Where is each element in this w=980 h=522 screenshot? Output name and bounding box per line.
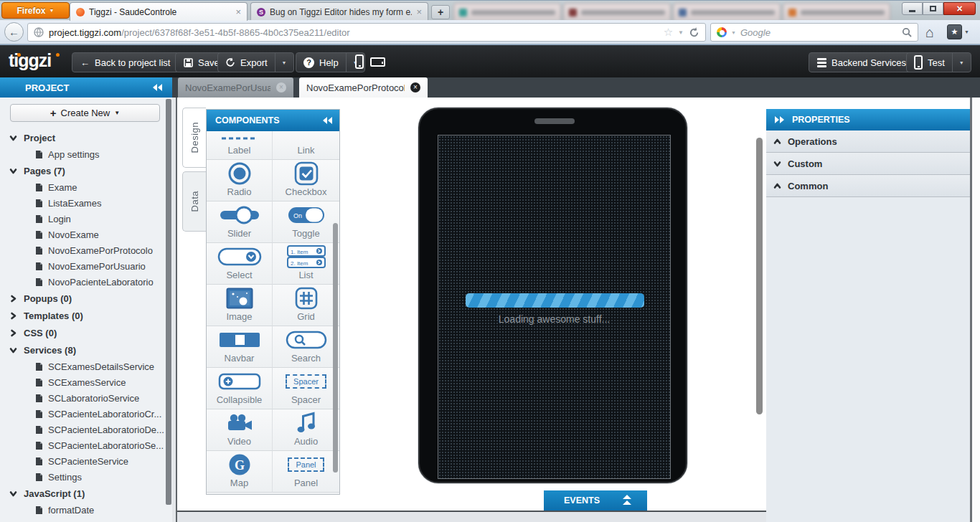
home-button[interactable]: ⌂ [925,24,934,41]
tree-item[interactable]: SCPacienteService [0,453,164,469]
tree-item[interactable]: formatDate [0,502,164,518]
close-icon[interactable]: × [235,6,241,17]
close-icon[interactable]: × [416,6,422,17]
video-icon [207,409,272,436]
tree-item[interactable]: SCPacienteLaboratorioSe... [0,437,164,453]
tab-design[interactable]: Design [182,108,206,168]
component-panel[interactable]: PanelPanel [273,451,339,493]
back-button[interactable]: ← [4,22,24,42]
collapse-left-icon[interactable] [153,84,162,91]
component-select[interactable]: Select [207,243,273,285]
component-slider[interactable]: Slider [207,201,273,243]
sidebar-splitter[interactable] [172,98,177,522]
component-label: Image [226,311,252,326]
create-new-button[interactable]: + Create New ▼ [10,104,160,122]
browser-tab-active[interactable]: Tiggzi - SaudeControle × [70,2,248,21]
component-grid[interactable]: Grid [273,285,339,326]
tree-group[interactable]: CSS (0) [0,324,164,341]
component-toggle[interactable]: OnToggle [273,201,339,243]
properties-section-operations[interactable]: Operations [766,130,970,153]
properties-section-custom[interactable]: Custom [766,153,970,175]
back-to-project-list-button[interactable]: ← Back to project list [72,52,179,72]
component-list[interactable]: 1. Item2. ItemList [273,243,339,285]
export-button[interactable]: Export [218,53,275,72]
sidebar-scrollbar[interactable] [166,99,171,505]
caret-down-icon: ▼ [50,8,55,13]
collapse-left-icon[interactable] [323,117,332,124]
components-scrollbar[interactable] [333,223,338,473]
component-search[interactable]: Search [273,326,339,368]
component-image[interactable]: Image [207,285,273,326]
properties-section-common[interactable]: Common [766,175,970,197]
tree-group[interactable]: Templates (0) [0,307,164,324]
tree-item[interactable]: Login [0,211,164,227]
phone-view-icon[interactable] [355,54,364,69]
restore-button[interactable] [923,2,943,15]
project-panel-header[interactable]: PROJECT [0,77,172,98]
close-tab-icon[interactable]: × [276,82,286,92]
url-bar[interactable]: project.tiggzi.com/project/6378f68f-3e51… [27,23,706,42]
expand-right-icon[interactable] [775,116,784,123]
tree-group[interactable]: Project [0,129,164,146]
tree-item[interactable]: NovoExamePorProtocolo [0,242,164,258]
tree-group[interactable]: Services (8) [0,341,164,359]
tree-item[interactable]: SCLaboratorioService [0,390,164,406]
tablet-view-icon[interactable] [370,57,385,67]
tree-item[interactable]: Settings [0,469,164,485]
close-tab-icon[interactable]: × [410,82,420,92]
component-radio[interactable]: Radio [207,160,273,201]
tree-item[interactable]: SCExamesDetailsService [0,359,164,374]
search-placeholder[interactable]: Google [740,27,897,38]
component-label: Collapsible [217,394,263,409]
bookmark-star-icon[interactable]: ☆ [664,26,673,39]
tree-group[interactable]: Popups (0) [0,290,164,307]
properties-header[interactable]: PROPERTIES [766,109,970,130]
component-collapsible[interactable]: Collapsible [207,368,273,409]
component-navbar[interactable]: Navbar [207,326,273,368]
tree-item[interactable]: SCPacienteLaboratorioCr... [0,406,164,422]
url-text[interactable]: project.tiggzi.com/project/6378f68f-3e51… [49,27,659,38]
page-icon [35,199,43,208]
page-scrollbar-track[interactable] [970,98,980,522]
test-button[interactable]: Test [907,53,952,72]
browser-tab-inactive[interactable]: S Bug on Tiggzi Editor hides my form e..… [250,2,428,21]
tree-group[interactable]: Pages (7) [0,162,164,179]
backend-services-button[interactable]: Backend Services [809,52,915,72]
search-engine-caret-icon[interactable]: ▼ [731,30,736,35]
tree-item[interactable]: SCExamesService [0,374,164,390]
test-dropdown-button[interactable]: ▼ [952,53,971,72]
component-audio[interactable]: Audio [273,409,339,451]
minimize-button[interactable] [902,2,923,15]
bookmarks-button[interactable]: ★ ▼ [947,24,969,39]
export-dropdown-button[interactable]: ▼ [275,53,293,72]
events-bar[interactable]: EVENTS [544,490,647,511]
search-box[interactable]: ▼ Google [710,23,918,42]
canvas-scrollbar[interactable] [756,138,763,414]
component-spacer[interactable]: SpacerSpacer [273,368,339,409]
phone-screen[interactable]: Loading awesome stuff... [438,135,671,479]
tree-item[interactable]: NovoExamePorUsuario [0,258,164,274]
url-dropdown-icon[interactable]: ▼ [678,29,684,36]
tab-data[interactable]: Data [182,171,206,232]
tree-item[interactable]: App settings [0,146,164,162]
search-icon[interactable] [902,27,912,37]
tree-item[interactable]: NovoExame [0,227,164,242]
tree-item[interactable]: SCPacienteLaboratorioDe... [0,422,164,437]
component-checkbox[interactable]: Checkbox [273,160,339,201]
component-map[interactable]: GMap [207,451,273,493]
tree-item[interactable]: Exame [0,179,164,195]
components-header[interactable]: COMPONENTS [207,110,339,131]
editor-tab-inactive[interactable]: NovoExamePorUsuario× [178,77,293,98]
tree-item[interactable]: NovoPacienteLaboratorio [0,274,164,290]
firefox-menu-button[interactable]: Firefox ▼ [1,2,70,19]
close-window-button[interactable]: × [943,2,976,15]
help-button[interactable]: ? Help [296,53,346,72]
tree-item[interactable]: ListaExames [0,195,164,211]
reload-icon[interactable] [689,27,699,38]
component-label[interactable]: Label [207,131,273,160]
component-video[interactable]: Video [207,409,273,451]
tree-group[interactable]: JavaScript (1) [0,485,164,502]
new-tab-button[interactable]: + [431,5,450,19]
component-link[interactable]: Link [273,131,339,160]
editor-tab-active[interactable]: NovoExamePorProtocolo× [299,77,428,98]
